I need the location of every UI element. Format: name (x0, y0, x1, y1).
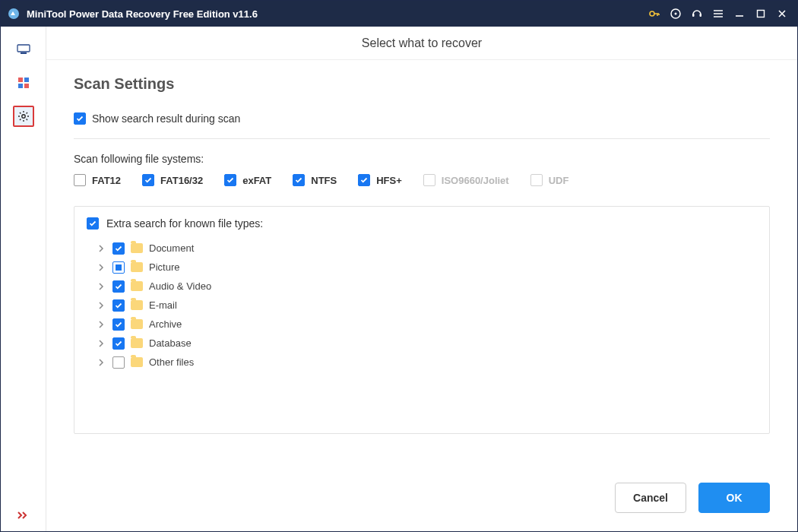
side-rail (1, 27, 46, 531)
close-button[interactable] (771, 3, 793, 24)
folder-icon (131, 319, 143, 329)
tree-checkbox[interactable] (112, 356, 125, 369)
svg-rect-9 (18, 78, 23, 82)
extra-search-checkbox[interactable] (87, 217, 99, 230)
upgrade-key-icon[interactable] (644, 3, 665, 24)
tree-checkbox[interactable] (112, 299, 125, 312)
tree-checkbox[interactable] (112, 337, 125, 350)
tree-row: Database (97, 334, 757, 353)
cancel-button[interactable]: Cancel (615, 483, 686, 513)
disc-icon[interactable] (665, 3, 686, 24)
fs-checkbox-udf: UDF (530, 174, 569, 186)
rail-computer-icon[interactable] (13, 39, 34, 60)
tree-checkbox[interactable] (112, 318, 125, 331)
svg-rect-12 (24, 84, 29, 88)
fs-label-hfs: HFS+ (376, 175, 402, 186)
tree-label: Other files (149, 356, 194, 368)
filesystems-row: FAT12FAT16/32exFATNTFSHFS+ISO9660/Joliet… (74, 174, 770, 191)
menu-icon[interactable] (708, 3, 729, 24)
chevron-right-icon[interactable] (97, 245, 106, 252)
svg-rect-5 (700, 14, 702, 17)
folder-icon (131, 281, 143, 291)
rail-settings-icon[interactable] (13, 106, 34, 127)
extra-search-label: Extra search for known file types: (106, 217, 263, 230)
svg-rect-8 (21, 52, 27, 54)
extra-search-box: Extra search for known file types: Docum… (74, 206, 770, 434)
svg-point-13 (21, 115, 24, 118)
svg-point-3 (675, 13, 677, 15)
tree-row: Document (97, 239, 757, 258)
fs-label-fat1632: FAT16/32 (160, 175, 203, 186)
svg-rect-6 (758, 11, 765, 17)
chevron-right-icon[interactable] (97, 302, 106, 309)
chevron-right-icon[interactable] (97, 359, 106, 366)
file-type-tree: DocumentPictureAudio & VideoE-mailArchiv… (87, 239, 757, 372)
tree-label: Archive (149, 318, 182, 330)
footer-buttons: Cancel OK (46, 467, 797, 531)
chevron-right-icon[interactable] (97, 283, 106, 290)
minimize-button[interactable] (729, 3, 750, 24)
folder-icon (131, 300, 143, 310)
show-result-label: Show search result during scan (92, 112, 240, 125)
ok-button[interactable]: OK (698, 483, 770, 513)
fs-checkbox-fat12[interactable]: FAT12 (74, 174, 121, 186)
fs-label-fat12: FAT12 (92, 175, 121, 186)
rail-disk-icon[interactable] (13, 72, 34, 93)
titlebar: MiniTool Power Data Recovery Free Editio… (1, 1, 797, 27)
chevron-right-icon[interactable] (97, 264, 106, 271)
fs-label-ntfs: NTFS (311, 175, 337, 186)
tree-label: Database (149, 337, 192, 349)
fs-checkbox-fat1632[interactable]: FAT16/32 (142, 174, 203, 186)
tree-row: Other files (97, 353, 757, 372)
fs-label-iso: ISO9660/Joliet (442, 175, 509, 186)
tree-row: Picture (97, 258, 757, 277)
tree-checkbox[interactable] (112, 280, 125, 293)
fs-checkbox-ntfs[interactable]: NTFS (293, 174, 337, 186)
section-title: Scan Settings (74, 75, 770, 93)
folder-icon (131, 243, 143, 253)
app-title: MiniTool Power Data Recovery Free Editio… (27, 8, 258, 20)
maximize-button[interactable] (750, 3, 771, 24)
svg-rect-11 (18, 84, 23, 88)
chevron-right-icon[interactable] (97, 321, 106, 328)
folder-icon (131, 357, 143, 367)
rail-expand-icon[interactable] (17, 510, 30, 521)
fs-checkbox-hfs[interactable]: HFS+ (358, 174, 402, 186)
svg-rect-10 (24, 78, 29, 82)
folder-icon (131, 262, 143, 272)
fs-label-exfat: exFAT (242, 175, 271, 186)
svg-rect-4 (692, 14, 695, 17)
tree-row: E-mail (97, 296, 757, 315)
tree-label: Picture (149, 261, 179, 273)
support-headset-icon[interactable] (686, 3, 708, 24)
tree-checkbox[interactable] (112, 242, 125, 255)
folder-icon (131, 338, 143, 348)
tree-row: Audio & Video (97, 277, 757, 296)
chevron-right-icon[interactable] (97, 340, 106, 347)
tree-label: Audio & Video (149, 280, 211, 292)
fs-checkbox-iso: ISO9660/Joliet (423, 174, 509, 186)
filesystems-label: Scan following file systems: (74, 153, 770, 165)
show-result-checkbox[interactable]: Show search result during scan (74, 112, 240, 125)
tree-label: Document (149, 242, 194, 254)
fs-checkbox-exfat[interactable]: exFAT (224, 174, 271, 186)
divider (74, 138, 770, 139)
fs-label-udf: UDF (549, 175, 569, 186)
tree-checkbox[interactable] (112, 261, 125, 274)
app-icon (7, 7, 21, 21)
page-header: Select what to recover (46, 27, 797, 60)
tree-row: Archive (97, 315, 757, 334)
svg-rect-7 (17, 45, 30, 52)
svg-point-1 (650, 11, 654, 16)
tree-label: E-mail (149, 299, 177, 311)
